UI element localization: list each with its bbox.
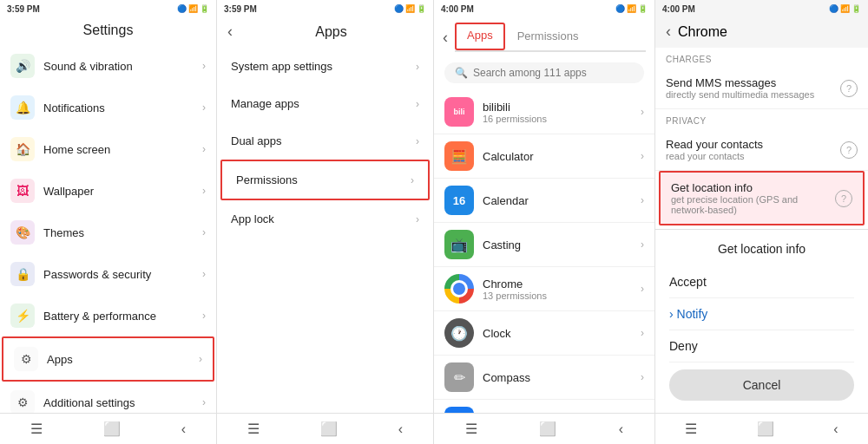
status-bar-2: 3:59 PM 🔵 📶 🔋 — [217, 0, 433, 17]
clock-info: Clock — [483, 327, 641, 340]
apps-menu-title: Apps — [240, 24, 423, 40]
settings-item-battery[interactable]: ⚡ Battery & performance › — [0, 295, 216, 336]
settings-item-additional[interactable]: ⚙ Additional settings › — [0, 382, 216, 413]
tab-permissions[interactable]: Permissions — [505, 23, 591, 52]
menu-item-system-app[interactable]: System app settings › — [217, 48, 433, 85]
permission-send-mms[interactable]: Send MMS messages directly send multimed… — [655, 68, 868, 109]
settings-item-home[interactable]: 🏠 Home screen › — [0, 128, 216, 170]
settings-item-apps[interactable]: ⚙ Apps › — [2, 336, 214, 382]
nav-menu-btn-2[interactable]: ☰ — [247, 421, 260, 437]
casting-name: Casting — [483, 238, 641, 251]
send-mms-help[interactable]: ? — [840, 80, 858, 97]
app-item-compass[interactable]: ✏ Compass › — [434, 356, 654, 400]
permission-get-location[interactable]: Get location info get precise location (… — [659, 171, 865, 225]
tab-apps[interactable]: Apps — [455, 23, 505, 50]
app-item-bilibili[interactable]: bili bilibili 16 permissions › — [434, 90, 654, 134]
calculator-name: Calculator — [483, 150, 641, 163]
dialog-option-deny[interactable]: Deny — [669, 330, 854, 362]
bottom-nav-1: ☰ ⬜ ‹ — [0, 413, 216, 444]
themes-label: Themes — [43, 226, 202, 239]
chrome-permissions-panel: 4:00 PM 🔵 📶 🔋 ‹ Chrome CHARGES Send MMS … — [655, 0, 868, 444]
nav-menu-btn-3[interactable]: ☰ — [465, 421, 477, 437]
menu-item-dual-apps[interactable]: Dual apps › — [217, 122, 433, 160]
nav-home-btn-2[interactable]: ⬜ — [320, 421, 338, 437]
search-input[interactable] — [473, 67, 634, 79]
chrome-back-button[interactable]: ‹ — [666, 23, 671, 41]
settings-item-security[interactable]: 🔒 Passwords & security › — [0, 253, 216, 295]
dialog-cancel-button[interactable]: Cancel — [669, 369, 854, 401]
calendar-icon: 16 — [444, 186, 474, 215]
time-2: 3:59 PM — [224, 4, 257, 14]
apps-back-button[interactable]: ‹ — [227, 23, 233, 41]
get-location-help[interactable]: ? — [835, 190, 852, 207]
permission-read-contacts[interactable]: Read your contacts read your contacts ? — [655, 129, 868, 171]
status-icons-4: 🔵 📶 🔋 — [829, 4, 861, 13]
calendar-name: Calendar — [483, 194, 641, 207]
read-contacts-info: Read your contacts read your contacts — [666, 138, 840, 161]
chevron-apps: › — [199, 353, 202, 365]
app-item-chrome[interactable]: Chrome 13 permissions › — [434, 267, 654, 311]
settings-item-sound[interactable]: 🔊 Sound & vibration › — [0, 45, 216, 87]
charges-section-label: CHARGES — [655, 48, 868, 68]
app-item-calculator[interactable]: 🧮 Calculator › — [434, 134, 654, 179]
get-location-info: Get location info get precise location (… — [671, 181, 835, 215]
sound-label: Sound & vibration — [43, 60, 202, 73]
chevron-sound: › — [202, 60, 206, 72]
bilibili-perms: 16 permissions — [483, 114, 641, 124]
nav-back-btn-1[interactable]: ‹ — [181, 421, 186, 437]
dialog-title: Get location info — [669, 242, 854, 256]
compass-icon: ✏ — [444, 362, 474, 392]
chrome-content: CHARGES Send MMS messages directly send … — [655, 48, 868, 413]
nav-home-btn-1[interactable]: ⬜ — [103, 421, 121, 437]
clock-icon: 🕐 — [444, 318, 474, 348]
dual-apps-label: Dual apps — [231, 134, 282, 147]
app-list-panel: 4:00 PM 🔵 📶 🔋 ‹ Apps Permissions 🔍 bili … — [434, 0, 655, 444]
bottom-nav-4: ☰ ⬜ ‹ — [655, 413, 868, 444]
nav-home-btn-4[interactable]: ⬜ — [757, 421, 774, 437]
compass-name: Compass — [483, 371, 641, 384]
menu-item-app-lock[interactable]: App lock › — [217, 200, 433, 238]
wallpaper-label: Wallpaper — [43, 185, 202, 198]
nav-back-btn-2[interactable]: ‹ — [398, 421, 403, 437]
chrome-chevron: › — [641, 283, 644, 295]
read-contacts-help[interactable]: ? — [840, 141, 858, 159]
settings-title: Settings — [10, 23, 206, 38]
chevron-home: › — [202, 143, 206, 155]
chrome-name: Chrome — [483, 278, 641, 291]
menu-item-manage-apps[interactable]: Manage apps › — [217, 85, 433, 122]
casting-icon: 📺 — [444, 230, 474, 259]
facebook-icon: f — [444, 407, 474, 413]
nav-menu-btn-4[interactable]: ☰ — [685, 421, 697, 437]
search-bar[interactable]: 🔍 — [444, 62, 644, 83]
calculator-info: Calculator — [483, 150, 641, 163]
send-mms-name: Send MMS messages — [666, 76, 840, 89]
notif-icon: 🔔 — [10, 95, 35, 120]
calendar-info: Calendar — [483, 194, 641, 207]
menu-item-permissions[interactable]: Permissions › — [220, 160, 430, 200]
dialog-option-accept[interactable]: Accept — [669, 266, 854, 298]
nav-home-btn-3[interactable]: ⬜ — [539, 421, 556, 437]
settings-item-themes[interactable]: 🎨 Themes › — [0, 212, 216, 253]
chevron-system-app: › — [416, 61, 419, 73]
app-list-back-button[interactable]: ‹ — [443, 29, 448, 47]
nav-menu-btn-1[interactable]: ☰ — [30, 421, 43, 437]
settings-item-notifications[interactable]: 🔔 Notifications › — [0, 87, 216, 128]
get-location-name: Get location info — [671, 181, 835, 194]
chevron-permissions: › — [411, 174, 414, 186]
bilibili-info: bilibili 16 permissions — [483, 101, 641, 124]
chrome-info: Chrome 13 permissions — [483, 278, 641, 301]
nav-back-btn-4[interactable]: ‹ — [833, 421, 838, 437]
settings-list: 🔊 Sound & vibration › 🔔 Notifications › … — [0, 45, 216, 413]
clock-name: Clock — [483, 327, 641, 340]
dialog-option-notify[interactable]: Notify — [669, 298, 854, 330]
settings-item-wallpaper[interactable]: 🖼 Wallpaper › — [0, 170, 216, 212]
additional-label: Additional settings — [43, 396, 202, 409]
nav-back-btn-3[interactable]: ‹ — [619, 421, 623, 437]
battery-label: Battery & performance — [43, 310, 202, 323]
app-item-casting[interactable]: 📺 Casting › — [434, 223, 654, 267]
app-item-calendar[interactable]: 16 Calendar › — [434, 179, 654, 223]
chrome-icon — [444, 274, 474, 304]
app-item-clock[interactable]: 🕐 Clock › — [434, 311, 654, 356]
get-location-desc: get precise location (GPS and network-ba… — [671, 194, 835, 215]
app-item-facebook[interactable]: f Facebook 20 permissions › — [434, 400, 654, 413]
